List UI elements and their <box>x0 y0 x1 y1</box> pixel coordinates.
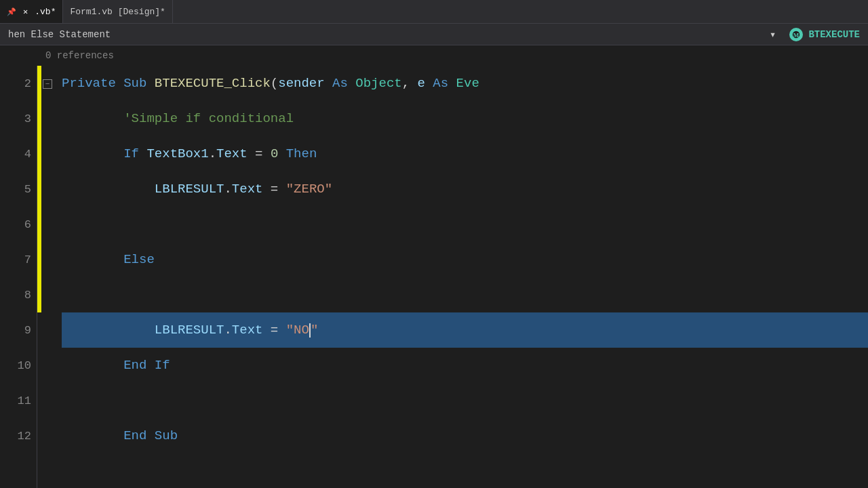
collapse-button[interactable]: − <box>43 79 52 89</box>
line-8: 8 <box>14 277 31 312</box>
plain-eq3: = <box>262 323 285 338</box>
references-hint: 0 references <box>0 45 868 66</box>
type-eve: Eve <box>456 76 479 91</box>
kw-then: Then <box>286 146 317 161</box>
line-2: 2 <box>14 66 31 101</box>
plain-sp6 <box>278 146 285 161</box>
code-line-8 <box>62 277 868 312</box>
kw-if2: If <box>155 358 170 373</box>
references-text: 0 references <box>8 50 114 61</box>
nav-dropdown-button[interactable]: ▾ <box>764 28 782 41</box>
label-textbox1: TextBox1 <box>146 146 208 161</box>
tab-vb-label: .vb* <box>35 7 56 17</box>
line-4: 4 <box>14 136 31 171</box>
code-content[interactable]: Private Sub BTEXECUTE_Click(sender As Ob… <box>54 66 868 488</box>
kw-as1: As <box>332 76 348 91</box>
plain-eq2: = <box>262 182 285 197</box>
code-area: 2 3 4 5 6 7 8 9 10 11 12 <box>0 66 868 488</box>
ide-window: 📌 ✕ .vb* Form1.vb [Design]* hen Else Sta… <box>0 0 868 488</box>
plain-eq1: = <box>248 146 271 161</box>
label-lblresult1: LBLRESULT <box>155 182 224 197</box>
line-3: 3 <box>14 101 31 136</box>
str-close-quote: " <box>311 323 318 338</box>
plain-indent7 <box>62 252 123 267</box>
label-lblresult2: LBLRESULT <box>155 323 224 338</box>
line-9: 9 <box>14 312 31 348</box>
line-5: 5 <box>14 171 31 207</box>
plain-sp5 <box>139 146 146 161</box>
plain-dot3: . <box>224 323 231 338</box>
param-e: e <box>418 76 425 91</box>
line-number-gutter: 2 3 4 5 6 7 8 9 10 11 12 <box>0 66 37 488</box>
label-text3: Text <box>232 323 263 338</box>
code-line-6 <box>62 207 868 242</box>
line-10: 10 <box>14 348 31 383</box>
code-line-9: LBLRESULT.Text = "NO" <box>62 312 868 348</box>
label-text2: Text <box>232 182 263 197</box>
plain-sp3 <box>425 76 433 91</box>
line-11: 11 <box>14 383 31 418</box>
str-zero: "ZERO" <box>286 182 332 197</box>
code-line-4: If TextBox1.Text = 0 Then <box>62 136 868 171</box>
kw-sub: Sub <box>123 76 155 91</box>
comment-simple-if: 'Simple if conditional <box>62 111 294 126</box>
code-line-5: LBLRESULT.Text = "ZERO" <box>62 171 868 207</box>
plain-indent9 <box>62 323 155 338</box>
kw-as2: As <box>433 76 448 91</box>
member-name: BTEXECUTE <box>808 29 860 40</box>
plain-dot1: . <box>209 146 216 161</box>
tab-bar: 📌 ✕ .vb* Form1.vb [Design]* <box>0 0 868 24</box>
code-line-7: Else <box>62 242 868 277</box>
member-icon: M <box>789 28 803 41</box>
collapse-bar: − <box>41 66 54 488</box>
editor: 0 references 2 3 4 5 6 7 8 9 10 11 12 <box>0 45 868 488</box>
num-0: 0 <box>271 146 278 161</box>
svg-text:M: M <box>793 32 800 39</box>
nav-left: hen Else Statement ▾ <box>0 28 781 41</box>
label-text1: Text <box>216 146 248 161</box>
plain-indent10 <box>62 358 123 373</box>
plain-paren1: ( <box>271 76 278 91</box>
kw-end1: End <box>123 358 146 373</box>
code-line-12: End Sub <box>62 418 868 453</box>
plain-sp7 <box>146 358 154 373</box>
plain-sp8 <box>146 428 154 443</box>
plain-dot2: . <box>224 182 231 197</box>
pin-icon: 📌 <box>7 7 16 16</box>
code-line-10: End If <box>62 348 868 383</box>
close-icon[interactable]: ✕ <box>20 5 31 18</box>
plain-comma: , <box>402 76 418 91</box>
str-no-open: "NO <box>286 323 309 338</box>
kw-sub2: Sub <box>155 428 178 443</box>
line-12: 12 <box>14 418 31 453</box>
code-line-3: 'Simple if conditional <box>62 101 868 136</box>
code-line-11 <box>62 383 868 418</box>
type-object: Object <box>355 76 401 91</box>
kw-if: If <box>123 146 139 161</box>
plain-indent5 <box>62 182 155 197</box>
code-line-2: Private Sub BTEXECUTE_Click(sender As Ob… <box>62 66 868 101</box>
kw-end2: End <box>123 428 146 443</box>
plain-sp4 <box>448 76 456 91</box>
nav-right: M BTEXECUTE <box>781 28 868 41</box>
fn-btexecute: BTEXECUTE_Click <box>155 76 271 91</box>
plain-sp1 <box>325 76 332 91</box>
plain-indent4 <box>62 146 123 161</box>
tab-design-label: Form1.vb [Design]* <box>70 7 165 17</box>
plain-indent12 <box>62 428 123 443</box>
tab-design[interactable]: Form1.vb [Design]* <box>63 0 172 23</box>
line-6: 6 <box>14 207 31 242</box>
kw-else: Else <box>123 252 155 267</box>
member-svg-icon: M <box>791 30 801 39</box>
kw-private: Private <box>62 76 123 91</box>
line-7: 7 <box>14 242 31 277</box>
nav-bar: hen Else Statement ▾ M BTEXECUTE <box>0 24 868 45</box>
plain-sp2 <box>348 76 355 91</box>
tab-vb[interactable]: 📌 ✕ .vb* <box>0 0 63 23</box>
nav-context-label: hen Else Statement <box>0 29 764 40</box>
param-sender: sender <box>278 76 324 91</box>
